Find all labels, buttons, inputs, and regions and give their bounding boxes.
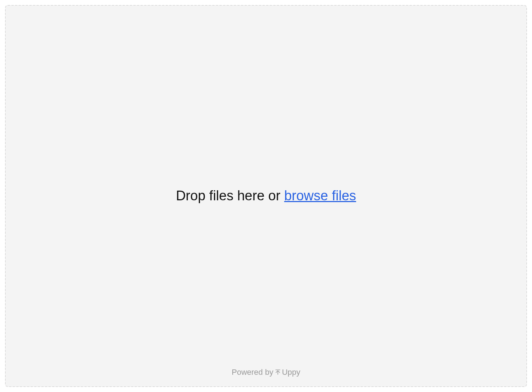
uppy-link[interactable]: Uppy: [275, 368, 300, 377]
drop-hint: Drop files here or browse files: [176, 187, 356, 205]
upload-dashboard[interactable]: Drop files here or browse files Powered …: [5, 5, 527, 387]
uppy-brand-name: Uppy: [282, 368, 300, 377]
drop-hint-prefix: Drop files here or: [176, 188, 284, 203]
powered-by-label: Powered by: [232, 368, 273, 377]
uppy-up-arrow-icon: [275, 369, 281, 376]
powered-by-footer: Powered by Uppy: [6, 368, 526, 377]
browse-files-link[interactable]: browse files: [284, 188, 356, 203]
